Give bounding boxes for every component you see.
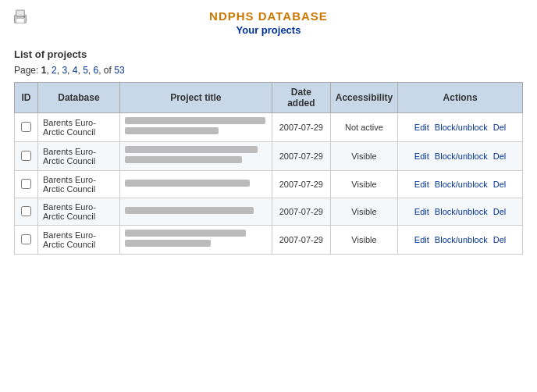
- block-unblock-link[interactable]: Block/unblock: [435, 151, 488, 161]
- page-link-5[interactable]: 5: [83, 65, 88, 76]
- row-checkbox[interactable]: [21, 151, 31, 161]
- cell-title: [119, 226, 272, 255]
- main-content: List of projects Page: 1, 2, 3, 4, 5, 6,…: [0, 41, 537, 262]
- page-subtitle: Your projects: [0, 24, 537, 36]
- block-unblock-link[interactable]: Block/unblock: [435, 235, 488, 244]
- page-link-4[interactable]: 4: [73, 65, 78, 76]
- edit-link[interactable]: Edit: [414, 180, 429, 189]
- svg-rect-2: [16, 19, 25, 23]
- edit-link[interactable]: Edit: [414, 123, 429, 132]
- delete-link[interactable]: Del: [493, 180, 507, 189]
- edit-link[interactable]: Edit: [414, 207, 429, 216]
- cell-title: [119, 198, 272, 226]
- table-row: Barents Euro-Arctic Council2007-07-29Vis…: [15, 226, 523, 255]
- cell-date: 2007-07-29: [272, 171, 330, 198]
- delete-link[interactable]: Del: [493, 235, 507, 244]
- printer-icon: [11, 8, 30, 27]
- pagination: Page: 1, 2, 3, 4, 5, 6, of 53: [14, 65, 523, 76]
- svg-rect-3: [16, 16, 25, 18]
- cell-database: Barents Euro-Arctic Council: [37, 171, 119, 198]
- cell-accessibility: Not active: [330, 113, 397, 142]
- cell-date: 2007-07-29: [272, 226, 330, 255]
- col-header-actions: Actions: [398, 83, 523, 113]
- delete-link[interactable]: Del: [493, 123, 507, 132]
- cell-accessibility: Visible: [330, 226, 397, 255]
- block-unblock-link[interactable]: Block/unblock: [435, 207, 488, 216]
- projects-table: ID Database Project title Date added Acc…: [14, 82, 523, 255]
- delete-link[interactable]: Del: [493, 207, 507, 216]
- row-checkbox[interactable]: [21, 122, 31, 132]
- cell-database: Barents Euro-Arctic Council: [37, 198, 119, 226]
- table-row: Barents Euro-Arctic Council2007-07-29Vis…: [15, 171, 523, 198]
- edit-link[interactable]: Edit: [414, 235, 429, 244]
- col-header-accessibility: Accessibility: [330, 83, 397, 113]
- cell-accessibility: Visible: [330, 171, 397, 198]
- svg-point-4: [23, 16, 25, 18]
- col-header-id: ID: [15, 83, 38, 113]
- cell-actions: Edit Block/unblock Del: [398, 171, 523, 198]
- row-checkbox[interactable]: [21, 206, 31, 216]
- cell-actions: Edit Block/unblock Del: [398, 226, 523, 255]
- cell-title: [119, 171, 272, 198]
- cell-date: 2007-07-29: [272, 198, 330, 226]
- cell-accessibility: Visible: [330, 142, 397, 171]
- edit-link[interactable]: Edit: [414, 151, 429, 161]
- site-title: NDPHS DATABASE: [0, 9, 537, 23]
- cell-database: Barents Euro-Arctic Council: [37, 226, 119, 255]
- cell-actions: Edit Block/unblock Del: [398, 142, 523, 171]
- table-row: Barents Euro-Arctic Council2007-07-29Vis…: [15, 142, 523, 171]
- row-checkbox[interactable]: [21, 179, 31, 189]
- cell-title: [119, 142, 272, 171]
- col-header-database: Database: [37, 83, 119, 113]
- table-row: Barents Euro-Arctic Council2007-07-29Vis…: [15, 198, 523, 226]
- total-label: of: [104, 65, 112, 76]
- col-header-title: Project title: [119, 83, 272, 113]
- page-link-3[interactable]: 3: [62, 65, 67, 76]
- print-button[interactable]: [11, 8, 30, 29]
- row-checkbox[interactable]: [21, 234, 31, 244]
- block-unblock-link[interactable]: Block/unblock: [435, 123, 488, 132]
- page-label: Page:: [14, 65, 38, 76]
- page-link-2[interactable]: 2: [52, 65, 57, 76]
- cell-database: Barents Euro-Arctic Council: [37, 142, 119, 171]
- current-page: 1: [41, 65, 47, 76]
- cell-date: 2007-07-29: [272, 142, 330, 171]
- page-link-6[interactable]: 6: [94, 65, 99, 76]
- cell-date: 2007-07-29: [272, 113, 330, 142]
- svg-rect-1: [16, 10, 25, 16]
- block-unblock-link[interactable]: Block/unblock: [435, 180, 488, 189]
- table-row: Barents Euro-Arctic Council2007-07-29Not…: [15, 113, 523, 142]
- col-header-date: Date added: [272, 83, 330, 113]
- cell-title: [119, 113, 272, 142]
- cell-actions: Edit Block/unblock Del: [398, 113, 523, 142]
- cell-actions: Edit Block/unblock Del: [398, 198, 523, 226]
- list-title: List of projects: [14, 48, 523, 60]
- delete-link[interactable]: Del: [493, 151, 507, 161]
- cell-accessibility: Visible: [330, 198, 397, 226]
- cell-database: Barents Euro-Arctic Council: [37, 113, 119, 142]
- page-header: NDPHS DATABASE Your projects: [0, 0, 537, 41]
- page-link-total[interactable]: 53: [114, 65, 124, 76]
